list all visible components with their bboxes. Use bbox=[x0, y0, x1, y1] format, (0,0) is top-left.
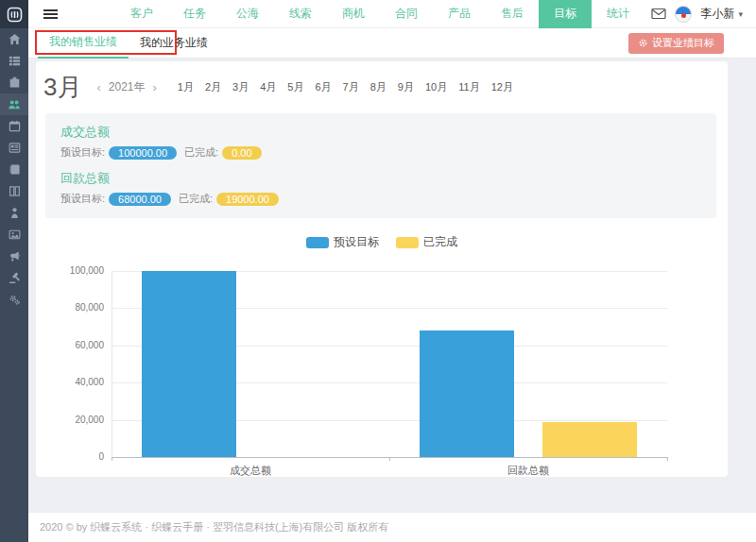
x-axis-category-label: 成交总额 bbox=[194, 464, 307, 478]
month-6[interactable]: 6月 bbox=[309, 80, 336, 94]
gavel-icon bbox=[9, 272, 21, 284]
content: 3月 ‹ 2021年 › 1月 2月 3月 4月 5月 6月 7月 8月 9月 … bbox=[28, 59, 756, 513]
sidebar-item-settings[interactable] bbox=[0, 289, 28, 311]
user-name: 李小新 bbox=[700, 6, 734, 22]
tab-label: 我的销售业绩 bbox=[49, 34, 117, 50]
sidebar-item-team[interactable] bbox=[0, 93, 28, 115]
app-logo[interactable] bbox=[0, 0, 28, 28]
main-nav: 客户 任务 公海 线索 商机 合同 产品 售后 目标 统计 bbox=[115, 0, 644, 28]
x-axis-tick bbox=[112, 457, 112, 461]
tabbar: 我的销售业绩 我的业务业绩 设置业绩目标 bbox=[28, 28, 756, 59]
done-label: 已完成: bbox=[179, 192, 213, 206]
gear-icon bbox=[638, 38, 648, 48]
menu-toggle-button[interactable] bbox=[28, 0, 72, 28]
legend-item-已完成[interactable]: 已完成 bbox=[396, 234, 457, 250]
copyright-text: 2020 © by 织蝶云系统 · 织蝶云手册 · 翌羽信息科技(上海)有限公司… bbox=[40, 520, 388, 534]
performance-card: 3月 ‹ 2021年 › 1月 2月 3月 4月 5月 6月 7月 8月 9月 … bbox=[36, 61, 728, 477]
notebook-icon bbox=[9, 163, 21, 176]
tab-my-sales-performance[interactable]: 我的销售业绩 bbox=[38, 28, 129, 59]
footer: 2020 © by 织蝶云系统 · 织蝶云手册 · 翌羽信息科技(上海)有限公司… bbox=[28, 513, 756, 542]
y-axis-tick-label: 20,000 bbox=[36, 415, 104, 425]
person-icon bbox=[9, 207, 21, 219]
nav-item-products[interactable]: 产品 bbox=[433, 0, 486, 28]
legend-item-预设目标[interactable]: 预设目标 bbox=[306, 234, 379, 250]
preset-value-badge: 100000.00 bbox=[109, 146, 177, 160]
month-5[interactable]: 5月 bbox=[282, 80, 309, 94]
nav-item-customers[interactable]: 客户 bbox=[115, 0, 168, 28]
team-icon bbox=[8, 98, 21, 110]
month-10[interactable]: 10月 bbox=[420, 80, 453, 94]
month-8[interactable]: 8月 bbox=[365, 80, 392, 94]
avatar[interactable] bbox=[675, 6, 692, 23]
chart-legend: 预设目标已完成 bbox=[36, 234, 728, 250]
preset-label: 预设目标: bbox=[60, 145, 105, 160]
sidebar-item-briefcase[interactable] bbox=[0, 72, 28, 93]
sidebar-item-calendar[interactable] bbox=[0, 115, 28, 137]
year-label: 2021年 bbox=[109, 79, 146, 95]
nav-item-public-pool[interactable]: 公海 bbox=[221, 0, 274, 28]
x-axis-tick bbox=[667, 457, 668, 461]
mail-icon[interactable] bbox=[651, 8, 666, 20]
nav-item-statistics[interactable]: 统计 bbox=[592, 0, 644, 28]
nav-item-tasks[interactable]: 任务 bbox=[168, 0, 221, 28]
next-year-button[interactable]: › bbox=[151, 80, 159, 94]
nav-item-targets[interactable]: 目标 bbox=[539, 0, 592, 28]
sidebar-item-kanban[interactable] bbox=[0, 180, 28, 202]
sidebar-item-orders[interactable] bbox=[0, 137, 28, 159]
briefcase-icon bbox=[9, 76, 21, 89]
nav-item-opportunities[interactable]: 商机 bbox=[327, 0, 380, 28]
tab-my-business-performance[interactable]: 我的业务业绩 bbox=[129, 28, 219, 59]
x-axis-category-label: 回款总额 bbox=[472, 464, 585, 478]
done-value-badge: 0.00 bbox=[222, 146, 261, 160]
target-title: 回款总额 bbox=[60, 170, 701, 187]
prev-year-button[interactable]: ‹ bbox=[94, 80, 102, 94]
sidebar-item-person[interactable] bbox=[0, 202, 28, 224]
sidebar-item-announce[interactable] bbox=[0, 246, 28, 267]
sidebar bbox=[0, 0, 28, 542]
month-9[interactable]: 9月 bbox=[392, 80, 420, 94]
user-menu[interactable]: 李小新▾ bbox=[700, 6, 743, 22]
topbar: 客户 任务 公海 线索 商机 合同 产品 售后 目标 统计 李小新▾ bbox=[28, 0, 756, 28]
sidebar-item-gallery[interactable] bbox=[0, 224, 28, 246]
orders-icon bbox=[9, 142, 21, 154]
target-payment-total: 回款总额 预设目标: 68000.00 已完成: 19000.00 bbox=[60, 170, 701, 206]
sidebar-item-list[interactable] bbox=[0, 50, 28, 72]
target-deal-total: 成交总额 预设目标: 100000.00 已完成: 0.00 bbox=[60, 124, 701, 160]
month-11[interactable]: 11月 bbox=[453, 80, 485, 94]
megaphone-icon bbox=[9, 250, 21, 263]
month-4[interactable]: 4月 bbox=[254, 80, 282, 94]
sidebar-item-home[interactable] bbox=[0, 28, 28, 50]
chevron-down-icon: ▾ bbox=[738, 9, 743, 19]
bar-预设目标-成交总额 bbox=[142, 271, 236, 457]
legend-swatch bbox=[306, 237, 329, 248]
sidebar-item-notebook[interactable] bbox=[0, 159, 28, 180]
app-window: 客户 任务 公海 线索 商机 合同 产品 售后 目标 统计 李小新▾ 我的销售业… bbox=[0, 0, 756, 542]
tab-label: 我的业务业绩 bbox=[140, 35, 208, 51]
preset-label: 预设目标: bbox=[60, 192, 105, 206]
done-label: 已完成: bbox=[184, 145, 218, 160]
button-label: 设置业绩目标 bbox=[652, 36, 714, 50]
sidebar-item-auction[interactable] bbox=[0, 267, 28, 289]
legend-label: 已完成 bbox=[423, 234, 457, 250]
set-performance-target-button[interactable]: 设置业绩目标 bbox=[628, 33, 724, 54]
bar-chart: 020,00040,00060,00080,000100,000成交总额回款总额 bbox=[36, 252, 728, 488]
month-3[interactable]: 3月 bbox=[227, 80, 254, 94]
y-axis-tick-label: 80,000 bbox=[36, 302, 104, 313]
target-summary: 成交总额 预设目标: 100000.00 已完成: 0.00 回款总额 预设目标… bbox=[45, 113, 716, 218]
y-axis-tick-label: 100,000 bbox=[36, 265, 104, 276]
month-12[interactable]: 12月 bbox=[486, 80, 519, 94]
selected-month: 3月 bbox=[43, 71, 81, 104]
legend-label: 预设目标 bbox=[334, 234, 379, 250]
month-7[interactable]: 7月 bbox=[337, 80, 365, 94]
y-axis-tick-label: 0 bbox=[36, 451, 104, 462]
kanban-icon bbox=[9, 185, 21, 197]
month-1[interactable]: 1月 bbox=[172, 80, 199, 94]
nav-item-aftersales[interactable]: 售后 bbox=[486, 0, 539, 28]
preset-value-badge: 68000.00 bbox=[109, 193, 171, 206]
nav-item-contracts[interactable]: 合同 bbox=[380, 0, 433, 28]
nav-item-leads[interactable]: 线索 bbox=[274, 0, 327, 28]
calendar-icon bbox=[9, 120, 21, 132]
month-selector: 3月 ‹ 2021年 › 1月 2月 3月 4月 5月 6月 7月 8月 9月 … bbox=[36, 61, 728, 104]
app-logo-icon bbox=[7, 7, 23, 23]
month-2[interactable]: 2月 bbox=[199, 80, 227, 94]
